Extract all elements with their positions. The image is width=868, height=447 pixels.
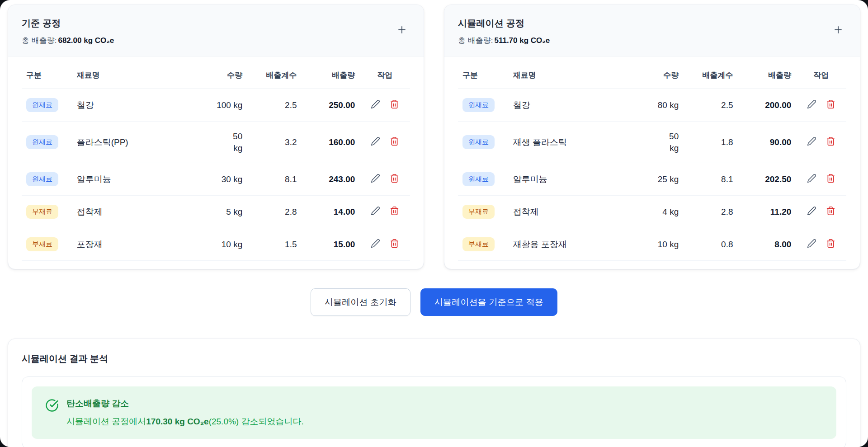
base-process-header: 기준 공정 총 배출량:682.00 kg CO₂e [8, 5, 424, 56]
column-header: 구분 [458, 59, 509, 89]
material-name: 알루미늄 [72, 163, 197, 196]
category-badge: 원재료 [26, 135, 58, 149]
delete-button[interactable] [389, 99, 400, 110]
material-row: 부재료접착제5 kg2.814.00 [22, 196, 410, 228]
material-row: 부재료재활용 포장재10 kg0.88.00 [458, 228, 846, 261]
material-row: 원재료철강80 kg2.5200.00 [458, 89, 846, 122]
emission-value: 11.20 [738, 196, 796, 228]
base-process-table: 구분재료명수량배출계수배출량작업원재료철강100 kg2.5250.00원재료플… [22, 59, 410, 261]
reset-simulation-button[interactable]: 시뮬레이션 초기화 [311, 288, 410, 316]
material-row: 원재료알루미늄25 kg8.1202.50 [458, 163, 846, 196]
pencil-icon [807, 239, 816, 249]
base-process-title: 기준 공정 [22, 17, 410, 29]
quantity-value: 25 kg [633, 163, 684, 196]
sim-total-value: 511.70 kg CO₂e [494, 36, 550, 45]
category-badge: 원재료 [462, 135, 495, 149]
trash-icon [826, 136, 835, 147]
pencil-icon [807, 206, 816, 217]
category-badge: 부재료 [462, 205, 495, 219]
emission-value: 14.00 [302, 196, 360, 228]
emission-factor-value: 2.5 [683, 89, 737, 122]
edit-button[interactable] [370, 174, 381, 184]
base-total-emission: 총 배출량:682.00 kg CO₂e [22, 35, 410, 46]
edit-button[interactable] [370, 206, 381, 217]
emission-factor-value: 1.5 [247, 228, 301, 261]
base-add-material-button[interactable] [394, 23, 410, 39]
delete-button[interactable] [825, 99, 836, 110]
column-header: 수량 [633, 59, 684, 89]
sim-process-table-wrap: 구분재료명수량배출계수배출량작업원재료철강80 kg2.5200.00원재료재생… [444, 56, 860, 269]
edit-button[interactable] [806, 174, 817, 184]
pencil-icon [807, 136, 816, 147]
quantity-value: 5 kg [197, 196, 247, 228]
row-actions [806, 239, 836, 249]
column-header: 배출계수 [683, 59, 737, 89]
row-actions [370, 239, 400, 249]
edit-button[interactable] [806, 206, 817, 217]
trash-icon [390, 239, 399, 249]
material-row: 원재료알루미늄30 kg8.1243.00 [22, 163, 410, 196]
delete-button[interactable] [389, 239, 400, 249]
apply-simulation-button[interactable]: 시뮬레이션을 기준으로 적용 [420, 288, 557, 316]
delete-button[interactable] [389, 174, 400, 184]
alert-message-suffix: (25.0%) 감소되었습니다. [209, 417, 304, 426]
sim-add-material-button[interactable] [830, 23, 846, 39]
material-name: 철강 [509, 89, 633, 122]
material-row: 부재료포장재10 kg1.515.00 [22, 228, 410, 261]
delete-button[interactable] [825, 136, 836, 147]
pencil-icon [371, 239, 380, 249]
pencil-icon [807, 99, 816, 110]
pencil-icon [371, 99, 380, 110]
column-header: 작업 [359, 59, 410, 89]
row-actions [806, 174, 836, 184]
delete-button[interactable] [825, 206, 836, 217]
delete-button[interactable] [825, 239, 836, 249]
check-circle-icon [45, 399, 59, 414]
quantity-value: 50 kg [197, 122, 247, 163]
emission-factor-value: 2.8 [247, 196, 301, 228]
base-total-value: 682.00 kg CO₂e [58, 36, 114, 45]
emission-value: 200.00 [738, 89, 796, 122]
process-cards-row: 기준 공정 총 배출량:682.00 kg CO₂e 구분재료명수량배출계수배출… [8, 5, 860, 269]
material-name: 접착제 [72, 196, 197, 228]
base-process-table-wrap: 구분재료명수량배출계수배출량작업원재료철강100 kg2.5250.00원재료플… [8, 56, 424, 269]
base-total-label: 총 배출량: [22, 36, 57, 45]
delete-button[interactable] [825, 174, 836, 184]
material-name: 알루미늄 [509, 163, 633, 196]
row-actions [806, 99, 836, 110]
edit-button[interactable] [370, 99, 381, 110]
emission-value: 160.00 [302, 122, 360, 163]
category-badge: 원재료 [26, 172, 58, 186]
edit-button[interactable] [806, 136, 817, 147]
emission-factor-value: 2.8 [683, 196, 737, 228]
pencil-icon [371, 136, 380, 147]
pencil-icon [807, 174, 816, 184]
alert-message-prefix: 시뮬레이션 공정에서 [66, 417, 146, 426]
edit-button[interactable] [806, 239, 817, 249]
trash-icon [826, 239, 835, 249]
row-actions [806, 136, 836, 147]
row-actions [370, 99, 400, 110]
pencil-icon [371, 206, 380, 217]
row-actions [806, 206, 836, 217]
quantity-value: 50 kg [633, 122, 684, 163]
quantity-value: 80 kg [633, 89, 684, 122]
material-name: 재활용 포장재 [509, 228, 633, 261]
column-header: 재료명 [509, 59, 633, 89]
material-row: 원재료재생 플라스틱50 kg1.890.00 [458, 122, 846, 163]
delete-button[interactable] [389, 136, 400, 147]
edit-button[interactable] [806, 99, 817, 110]
edit-button[interactable] [370, 136, 381, 147]
material-row: 원재료플라스틱(PP)50 kg3.2160.00 [22, 122, 410, 163]
emission-value: 202.50 [738, 163, 796, 196]
material-name: 플라스틱(PP) [72, 122, 197, 163]
delete-button[interactable] [389, 206, 400, 217]
trash-icon [390, 206, 399, 217]
emission-factor-value: 8.1 [247, 163, 301, 196]
quantity-value: 100 kg [197, 89, 247, 122]
trash-icon [390, 136, 399, 147]
row-actions [370, 206, 400, 217]
emission-value: 90.00 [738, 122, 796, 163]
emission-reduction-alert: 탄소배출량 감소 시뮬레이션 공정에서170.30 kg CO₂e(25.0%)… [32, 386, 836, 439]
edit-button[interactable] [370, 239, 381, 249]
